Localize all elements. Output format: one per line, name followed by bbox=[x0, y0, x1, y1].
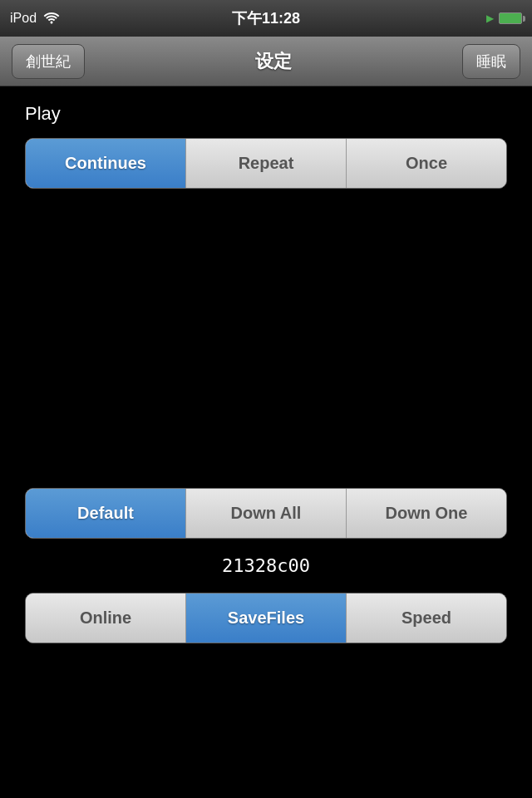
nav-bar: 創世紀 设定 睡眠 bbox=[0, 37, 532, 86]
play-segmented-control: Continues Repeat Once bbox=[25, 138, 507, 189]
battery-icon bbox=[499, 12, 522, 24]
sleep-button[interactable]: 睡眠 bbox=[462, 44, 520, 79]
mode-online-button[interactable]: Online bbox=[26, 594, 186, 643]
download-default-button[interactable]: Default bbox=[26, 489, 186, 538]
status-bar: iPod 下午11:28 ▶ bbox=[0, 0, 532, 37]
status-right: ▶ bbox=[486, 12, 522, 24]
status-time: 下午11:28 bbox=[232, 8, 300, 28]
code-display: 21328c00 bbox=[25, 555, 507, 576]
mode-savefiles-button[interactable]: SaveFiles bbox=[186, 594, 347, 643]
status-left: iPod bbox=[10, 11, 60, 27]
download-all-button[interactable]: Down All bbox=[186, 489, 347, 538]
play-triangle-icon: ▶ bbox=[486, 12, 494, 24]
mode-segmented-control: Online SaveFiles Speed bbox=[25, 593, 507, 643]
spacer bbox=[25, 205, 507, 488]
back-button[interactable]: 創世紀 bbox=[12, 44, 85, 79]
wifi-icon bbox=[43, 11, 60, 27]
download-segmented-control: Default Down All Down One bbox=[25, 488, 507, 539]
mode-speed-button[interactable]: Speed bbox=[347, 594, 506, 643]
play-continues-button[interactable]: Continues bbox=[26, 139, 186, 188]
play-repeat-button[interactable]: Repeat bbox=[186, 139, 347, 188]
play-once-button[interactable]: Once bbox=[347, 139, 506, 188]
nav-title: 设定 bbox=[255, 49, 292, 74]
download-one-button[interactable]: Down One bbox=[347, 489, 506, 538]
play-label: Play bbox=[25, 103, 507, 125]
device-label: iPod bbox=[10, 11, 37, 26]
main-content: Play Continues Repeat Once Default Down … bbox=[0, 86, 532, 677]
